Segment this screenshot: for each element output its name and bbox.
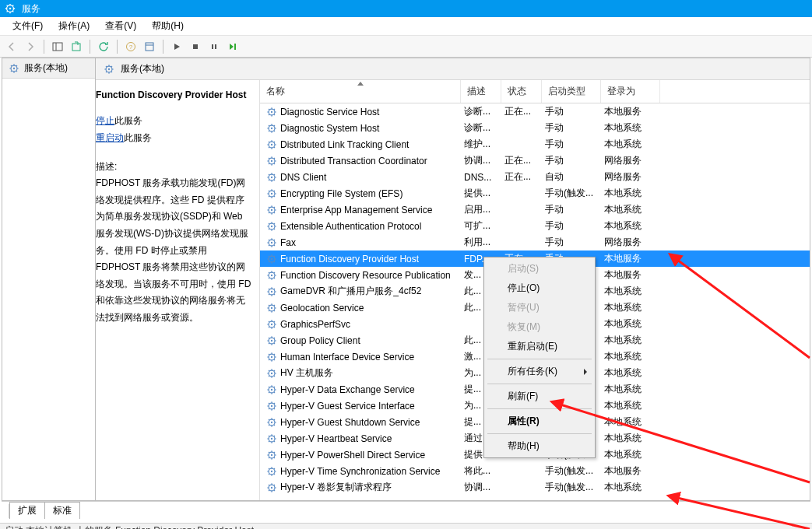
menu-action[interactable]: 操作(A): [51, 17, 97, 35]
service-desc: 利用...: [461, 236, 501, 249]
service-name: Fax: [280, 237, 296, 248]
service-row[interactable]: DNS ClientDNS...正在...自动网络服务: [260, 169, 810, 185]
menu-separator: [487, 408, 592, 409]
service-row[interactable]: Extensible Authentication Protocol可扩...手…: [260, 218, 810, 234]
refresh-button[interactable]: [95, 38, 112, 55]
statusbar: 启动 本地计算机 上的服务 Function Discovery Provide…: [0, 523, 812, 529]
tab-extended[interactable]: 扩展: [9, 502, 45, 519]
service-logon: 网络服务: [601, 154, 660, 167]
gear-icon: [266, 319, 277, 330]
stop-link[interactable]: 停止: [96, 115, 114, 126]
grid-header: 名称 描述 状态 启动类型 登录为: [260, 80, 810, 103]
restart-link[interactable]: 重启动: [96, 132, 124, 143]
menu-help[interactable]: 帮助(H): [144, 17, 192, 35]
svg-point-36: [271, 257, 272, 259]
service-name: Group Policy Client: [280, 335, 360, 346]
svg-point-34: [271, 241, 272, 243]
gear-icon: [266, 172, 277, 183]
properties-button[interactable]: [141, 38, 158, 55]
menu-item[interactable]: 停止(O): [486, 279, 593, 298]
svg-point-14: [13, 67, 15, 68]
service-logon: 本地系统: [601, 350, 660, 363]
gear-icon: [266, 417, 277, 428]
service-startup: 手动(触发...: [542, 481, 601, 494]
service-logon: 本地服务: [601, 105, 660, 118]
svg-point-58: [271, 437, 272, 439]
service-status: 正在...: [501, 154, 542, 167]
service-name: Hyper-V Time Synchronization Service: [280, 466, 440, 477]
service-row[interactable]: Distributed Transaction Coordinator协调...…: [260, 152, 810, 169]
export-button[interactable]: [68, 38, 85, 55]
tree-node-services-local[interactable]: 服务(本地): [2, 58, 95, 79]
svg-point-40: [271, 290, 272, 292]
gear-icon: [266, 303, 277, 314]
service-row[interactable]: Hyper-V 卷影复制请求程序协调...手动(触发...本地系统: [260, 479, 810, 496]
gear-icon: [266, 123, 277, 134]
tab-standard[interactable]: 标准: [45, 502, 80, 519]
col-desc[interactable]: 描述: [461, 80, 501, 103]
menu-file[interactable]: 文件(F): [5, 17, 51, 35]
menu-view[interactable]: 查看(V): [97, 17, 144, 35]
service-logon: 本地系统: [601, 219, 660, 233]
gear-icon: [266, 401, 277, 412]
service-logon: 本地系统: [601, 187, 660, 200]
col-status[interactable]: 状态: [501, 80, 542, 103]
service-row[interactable]: Hyper-V Time Synchronization Service将此..…: [260, 463, 810, 479]
service-logon: 本地系统: [601, 399, 660, 412]
forward-button[interactable]: [22, 38, 39, 55]
detail-desc: FDPHOST 服务承载功能发现(FD)网络发现提供程序。这些 FD 提供程序为…: [96, 175, 251, 326]
service-desc: 维护...: [461, 138, 501, 151]
service-row[interactable]: Fax利用...手动网络服务: [260, 234, 810, 250]
service-row[interactable]: Diagnostic Service Host诊断...正在...手动本地服务: [260, 103, 810, 120]
service-logon: 本地服务: [601, 252, 660, 265]
service-name: Distributed Link Tracking Client: [280, 139, 409, 150]
menu-item[interactable]: 所有任务(K): [486, 362, 593, 381]
pause-service-button[interactable]: [206, 38, 223, 55]
service-name: Diagnostic System Host: [280, 123, 379, 134]
service-logon: 本地服务: [601, 464, 660, 478]
svg-rect-4: [72, 44, 80, 51]
start-service-button[interactable]: [168, 38, 185, 55]
toolbar: ?: [0, 36, 812, 58]
col-logon[interactable]: 登录为: [601, 80, 660, 103]
col-startup[interactable]: 启动类型: [542, 80, 601, 103]
service-row[interactable]: Distributed Link Tracking Client维护...手动本…: [260, 136, 810, 152]
service-row[interactable]: Enterprise App Management Service启用...手动…: [260, 201, 810, 218]
service-desc: 诊断...: [461, 105, 501, 118]
service-name: Hyper-V 卷影复制请求程序: [280, 481, 392, 494]
service-desc: 启用...: [461, 203, 501, 216]
menu-item[interactable]: 属性(R): [486, 412, 593, 431]
service-startup: 手动: [542, 121, 601, 135]
services-icon: [5, 3, 16, 14]
menu-item[interactable]: 重新启动(E): [486, 337, 593, 356]
menu-separator: [487, 359, 592, 359]
gear-icon: [266, 335, 277, 346]
restart-service-button[interactable]: [224, 38, 241, 55]
service-row[interactable]: Diagnostic System Host诊断...手动本地系统: [260, 120, 810, 136]
service-logon: 本地系统: [601, 432, 660, 445]
service-row[interactable]: Encrypting File System (EFS)提供...手动(触发..…: [260, 185, 810, 201]
menu-item[interactable]: 刷新(F): [486, 387, 593, 406]
service-name: Encrypting File System (EFS): [280, 188, 402, 199]
detail-title: Function Discovery Provider Host: [96, 88, 251, 102]
service-logon: 本地系统: [601, 415, 660, 429]
gear-icon: [9, 63, 19, 74]
stop-service-button[interactable]: [187, 38, 204, 55]
service-logon: 本地系统: [601, 285, 660, 298]
col-name[interactable]: 名称: [260, 80, 461, 103]
gear-icon: [266, 368, 277, 379]
svg-rect-9: [193, 44, 198, 49]
gear-icon: [266, 254, 277, 264]
svg-rect-7: [146, 43, 153, 51]
gear-icon: [266, 352, 277, 363]
help-button[interactable]: ?: [122, 38, 139, 55]
show-hide-tree-button[interactable]: [49, 38, 66, 55]
service-desc: 将此...: [461, 464, 501, 478]
back-button[interactable]: [3, 38, 20, 55]
statusbar-text: 启动 本地计算机 上的服务 Function Discovery Provide…: [5, 524, 254, 529]
service-name: DNS Client: [280, 172, 326, 183]
context-menu: 启动(S)停止(O)暂停(U)恢复(M)重新启动(E)所有任务(K)刷新(F)属…: [483, 257, 596, 458]
svg-rect-2: [53, 43, 62, 51]
menu-separator: [487, 384, 592, 384]
menu-item[interactable]: 帮助(H): [486, 436, 593, 456]
